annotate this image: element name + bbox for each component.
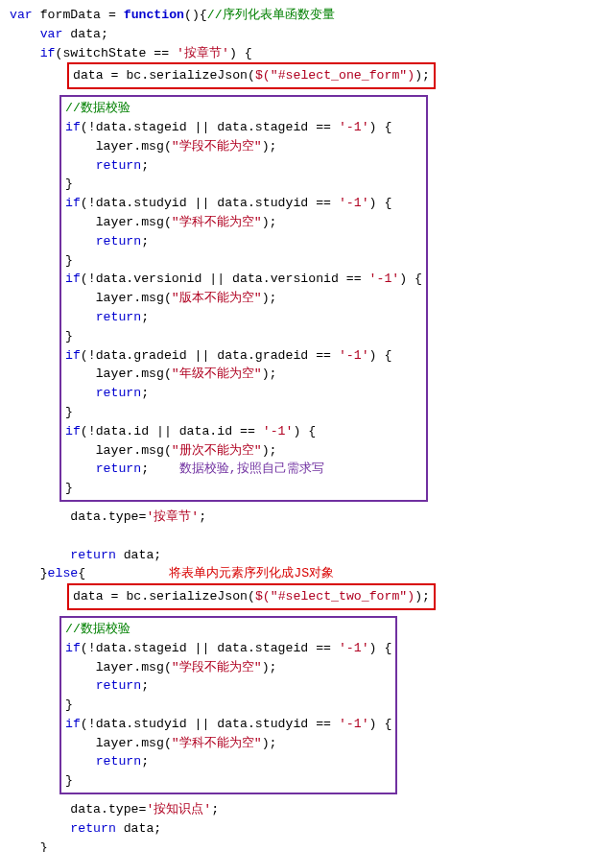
kw-function: function [124,8,184,22]
highlight-box-serialize-two: data = bc.serializeJson($("#select_two_f… [67,583,436,610]
comment: //序列化表单函数变量 [207,8,335,22]
highlight-box-validate-one: //数据校验 if(!data.stageid || data.stageid … [59,95,428,502]
comment: //数据校验 [65,622,130,636]
annotation-validate: 数据校验,按照自己需求写 [179,462,324,476]
comment: //数据校验 [65,101,130,115]
jquery-dollar: $( [255,68,271,83]
highlight-box-serialize-one: data = bc.serializeJson($("#select_one_f… [67,62,436,89]
kw-var: var [10,8,33,22]
code-block: var formData = function(){//序列化表单函数变量 va… [10,6,604,62]
highlight-box-validate-two: //数据校验 if(!data.stageid || data.stageid … [59,616,397,794]
annotation-serialize: 将表单内元素序列化成JS对象 [169,566,334,580]
